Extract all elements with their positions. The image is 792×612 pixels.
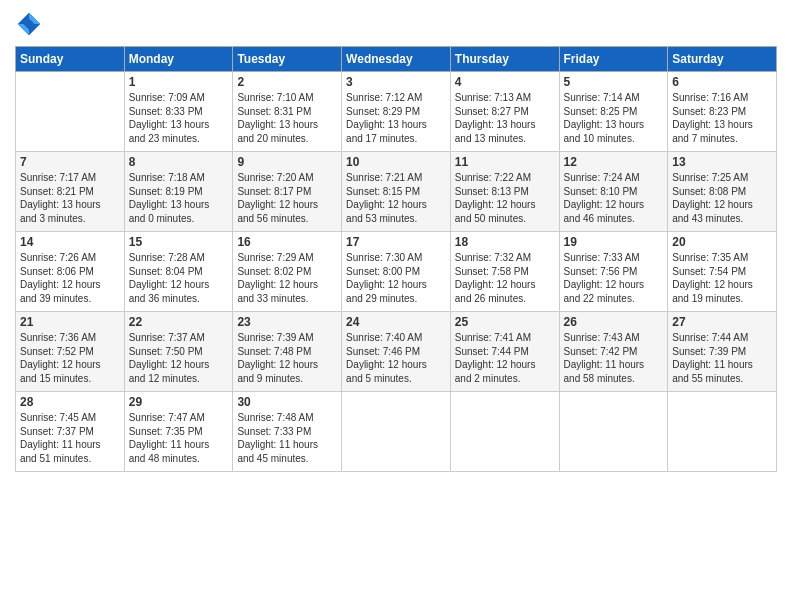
calendar-cell	[668, 392, 777, 472]
cell-text: Sunrise: 7:29 AM Sunset: 8:02 PM Dayligh…	[237, 251, 337, 305]
day-number: 27	[672, 315, 772, 329]
cell-text: Sunrise: 7:25 AM Sunset: 8:08 PM Dayligh…	[672, 171, 772, 225]
day-number: 25	[455, 315, 555, 329]
week-row-0: 1Sunrise: 7:09 AM Sunset: 8:33 PM Daylig…	[16, 72, 777, 152]
week-row-4: 28Sunrise: 7:45 AM Sunset: 7:37 PM Dayli…	[16, 392, 777, 472]
day-number: 29	[129, 395, 229, 409]
day-number: 9	[237, 155, 337, 169]
calendar-cell: 24Sunrise: 7:40 AM Sunset: 7:46 PM Dayli…	[342, 312, 451, 392]
logo	[15, 10, 47, 38]
day-number: 7	[20, 155, 120, 169]
day-number: 30	[237, 395, 337, 409]
day-number: 1	[129, 75, 229, 89]
cell-text: Sunrise: 7:40 AM Sunset: 7:46 PM Dayligh…	[346, 331, 446, 385]
page: SundayMondayTuesdayWednesdayThursdayFrid…	[0, 0, 792, 612]
day-number: 11	[455, 155, 555, 169]
calendar-cell: 30Sunrise: 7:48 AM Sunset: 7:33 PM Dayli…	[233, 392, 342, 472]
cell-text: Sunrise: 7:32 AM Sunset: 7:58 PM Dayligh…	[455, 251, 555, 305]
calendar-cell: 12Sunrise: 7:24 AM Sunset: 8:10 PM Dayli…	[559, 152, 668, 232]
cell-text: Sunrise: 7:10 AM Sunset: 8:31 PM Dayligh…	[237, 91, 337, 145]
calendar-cell	[450, 392, 559, 472]
calendar-cell: 23Sunrise: 7:39 AM Sunset: 7:48 PM Dayli…	[233, 312, 342, 392]
day-number: 15	[129, 235, 229, 249]
cell-text: Sunrise: 7:12 AM Sunset: 8:29 PM Dayligh…	[346, 91, 446, 145]
calendar-cell: 19Sunrise: 7:33 AM Sunset: 7:56 PM Dayli…	[559, 232, 668, 312]
header-cell-sunday: Sunday	[16, 47, 125, 72]
calendar-cell	[16, 72, 125, 152]
cell-text: Sunrise: 7:09 AM Sunset: 8:33 PM Dayligh…	[129, 91, 229, 145]
header-cell-saturday: Saturday	[668, 47, 777, 72]
day-number: 18	[455, 235, 555, 249]
cell-text: Sunrise: 7:22 AM Sunset: 8:13 PM Dayligh…	[455, 171, 555, 225]
header-cell-wednesday: Wednesday	[342, 47, 451, 72]
logo-icon	[15, 10, 43, 38]
cell-text: Sunrise: 7:28 AM Sunset: 8:04 PM Dayligh…	[129, 251, 229, 305]
cell-text: Sunrise: 7:20 AM Sunset: 8:17 PM Dayligh…	[237, 171, 337, 225]
calendar-cell: 7Sunrise: 7:17 AM Sunset: 8:21 PM Daylig…	[16, 152, 125, 232]
header-cell-monday: Monday	[124, 47, 233, 72]
day-number: 12	[564, 155, 664, 169]
calendar-cell: 29Sunrise: 7:47 AM Sunset: 7:35 PM Dayli…	[124, 392, 233, 472]
calendar-cell: 5Sunrise: 7:14 AM Sunset: 8:25 PM Daylig…	[559, 72, 668, 152]
calendar-cell: 9Sunrise: 7:20 AM Sunset: 8:17 PM Daylig…	[233, 152, 342, 232]
calendar-cell: 20Sunrise: 7:35 AM Sunset: 7:54 PM Dayli…	[668, 232, 777, 312]
calendar-header: SundayMondayTuesdayWednesdayThursdayFrid…	[16, 47, 777, 72]
calendar-cell: 25Sunrise: 7:41 AM Sunset: 7:44 PM Dayli…	[450, 312, 559, 392]
cell-text: Sunrise: 7:17 AM Sunset: 8:21 PM Dayligh…	[20, 171, 120, 225]
calendar-cell: 17Sunrise: 7:30 AM Sunset: 8:00 PM Dayli…	[342, 232, 451, 312]
day-number: 8	[129, 155, 229, 169]
cell-text: Sunrise: 7:21 AM Sunset: 8:15 PM Dayligh…	[346, 171, 446, 225]
calendar-cell: 2Sunrise: 7:10 AM Sunset: 8:31 PM Daylig…	[233, 72, 342, 152]
header-row: SundayMondayTuesdayWednesdayThursdayFrid…	[16, 47, 777, 72]
calendar-cell	[342, 392, 451, 472]
day-number: 2	[237, 75, 337, 89]
day-number: 23	[237, 315, 337, 329]
cell-text: Sunrise: 7:35 AM Sunset: 7:54 PM Dayligh…	[672, 251, 772, 305]
day-number: 22	[129, 315, 229, 329]
day-number: 26	[564, 315, 664, 329]
calendar-cell: 1Sunrise: 7:09 AM Sunset: 8:33 PM Daylig…	[124, 72, 233, 152]
calendar-cell: 13Sunrise: 7:25 AM Sunset: 8:08 PM Dayli…	[668, 152, 777, 232]
cell-text: Sunrise: 7:48 AM Sunset: 7:33 PM Dayligh…	[237, 411, 337, 465]
week-row-3: 21Sunrise: 7:36 AM Sunset: 7:52 PM Dayli…	[16, 312, 777, 392]
calendar-cell: 15Sunrise: 7:28 AM Sunset: 8:04 PM Dayli…	[124, 232, 233, 312]
day-number: 13	[672, 155, 772, 169]
cell-text: Sunrise: 7:13 AM Sunset: 8:27 PM Dayligh…	[455, 91, 555, 145]
calendar-cell: 18Sunrise: 7:32 AM Sunset: 7:58 PM Dayli…	[450, 232, 559, 312]
week-row-1: 7Sunrise: 7:17 AM Sunset: 8:21 PM Daylig…	[16, 152, 777, 232]
calendar-cell: 21Sunrise: 7:36 AM Sunset: 7:52 PM Dayli…	[16, 312, 125, 392]
calendar-cell: 11Sunrise: 7:22 AM Sunset: 8:13 PM Dayli…	[450, 152, 559, 232]
cell-text: Sunrise: 7:41 AM Sunset: 7:44 PM Dayligh…	[455, 331, 555, 385]
cell-text: Sunrise: 7:45 AM Sunset: 7:37 PM Dayligh…	[20, 411, 120, 465]
calendar-cell: 28Sunrise: 7:45 AM Sunset: 7:37 PM Dayli…	[16, 392, 125, 472]
cell-text: Sunrise: 7:24 AM Sunset: 8:10 PM Dayligh…	[564, 171, 664, 225]
day-number: 17	[346, 235, 446, 249]
calendar-cell: 10Sunrise: 7:21 AM Sunset: 8:15 PM Dayli…	[342, 152, 451, 232]
day-number: 6	[672, 75, 772, 89]
calendar-cell: 22Sunrise: 7:37 AM Sunset: 7:50 PM Dayli…	[124, 312, 233, 392]
header-cell-friday: Friday	[559, 47, 668, 72]
cell-text: Sunrise: 7:18 AM Sunset: 8:19 PM Dayligh…	[129, 171, 229, 225]
calendar-cell: 8Sunrise: 7:18 AM Sunset: 8:19 PM Daylig…	[124, 152, 233, 232]
cell-text: Sunrise: 7:37 AM Sunset: 7:50 PM Dayligh…	[129, 331, 229, 385]
calendar-cell: 26Sunrise: 7:43 AM Sunset: 7:42 PM Dayli…	[559, 312, 668, 392]
cell-text: Sunrise: 7:44 AM Sunset: 7:39 PM Dayligh…	[672, 331, 772, 385]
header-cell-thursday: Thursday	[450, 47, 559, 72]
day-number: 21	[20, 315, 120, 329]
calendar-cell: 3Sunrise: 7:12 AM Sunset: 8:29 PM Daylig…	[342, 72, 451, 152]
calendar-cell: 14Sunrise: 7:26 AM Sunset: 8:06 PM Dayli…	[16, 232, 125, 312]
cell-text: Sunrise: 7:30 AM Sunset: 8:00 PM Dayligh…	[346, 251, 446, 305]
calendar-cell: 6Sunrise: 7:16 AM Sunset: 8:23 PM Daylig…	[668, 72, 777, 152]
day-number: 16	[237, 235, 337, 249]
calendar-cell: 16Sunrise: 7:29 AM Sunset: 8:02 PM Dayli…	[233, 232, 342, 312]
day-number: 19	[564, 235, 664, 249]
cell-text: Sunrise: 7:14 AM Sunset: 8:25 PM Dayligh…	[564, 91, 664, 145]
calendar-cell: 4Sunrise: 7:13 AM Sunset: 8:27 PM Daylig…	[450, 72, 559, 152]
cell-text: Sunrise: 7:26 AM Sunset: 8:06 PM Dayligh…	[20, 251, 120, 305]
cell-text: Sunrise: 7:47 AM Sunset: 7:35 PM Dayligh…	[129, 411, 229, 465]
cell-text: Sunrise: 7:36 AM Sunset: 7:52 PM Dayligh…	[20, 331, 120, 385]
day-number: 14	[20, 235, 120, 249]
calendar-cell	[559, 392, 668, 472]
cell-text: Sunrise: 7:33 AM Sunset: 7:56 PM Dayligh…	[564, 251, 664, 305]
day-number: 4	[455, 75, 555, 89]
